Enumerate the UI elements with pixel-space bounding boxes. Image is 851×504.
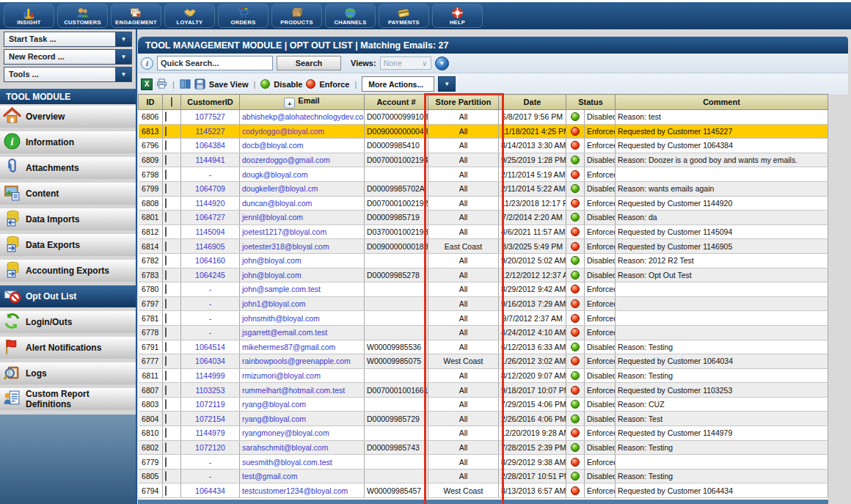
row-checkbox[interactable]: [165, 327, 167, 337]
col-header-account[interactable]: Account #: [365, 95, 428, 110]
email-link[interactable]: joetester318@bloyal.com: [242, 242, 329, 251]
customer-id-link[interactable]: 1145094: [195, 227, 224, 236]
table-row[interactable]: 6779-suesmith@bloyal.com.testAll8/29/201…: [139, 455, 828, 470]
row-checkbox[interactable]: [165, 112, 167, 122]
customer-id-link[interactable]: 1064160: [195, 256, 225, 265]
row-checkbox[interactable]: [165, 284, 167, 294]
col-header-email[interactable]: ▲Email: [240, 95, 365, 110]
col-header-comment[interactable]: Comment: [616, 95, 828, 110]
email-link[interactable]: joetest1217@bloyal.com: [242, 227, 326, 236]
cell-select[interactable]: [163, 368, 181, 383]
customer-id-link[interactable]: 1064514: [195, 343, 225, 351]
cell-select[interactable]: [163, 167, 181, 182]
table-row[interactable]: 68111144999rmizumori@bloyal.comAll8/12/2…: [139, 368, 828, 383]
sidebar-item-custom-report-definitions[interactable]: Custom Report Definitions: [0, 388, 136, 410]
cell-select[interactable]: [163, 296, 181, 311]
row-checkbox[interactable]: [165, 399, 167, 409]
sidebar-item-alert-notifications[interactable]: Alert Notifications: [0, 337, 136, 359]
start-task-dropdown[interactable]: Start Task ... ▼: [4, 32, 132, 47]
table-row[interactable]: 67941064434testcustomer1234@bloyal.comW0…: [139, 483, 828, 498]
cell-select[interactable]: [163, 483, 181, 498]
columns-icon[interactable]: [180, 78, 191, 90]
cell-select[interactable]: [163, 253, 181, 268]
chevron-down-icon[interactable]: ▼: [115, 50, 131, 64]
table-row[interactable]: 68091144941doozerdoggo@gmail.comD0070001…: [139, 153, 828, 167]
table-row[interactable]: 67961064384docb@bloyal.comD00009985410Al…: [139, 139, 828, 153]
sidebar-item-data-imports[interactable]: Data Imports: [0, 208, 136, 230]
quick-search-input[interactable]: [157, 56, 273, 70]
row-checkbox[interactable]: [165, 126, 167, 136]
row-checkbox[interactable]: [165, 198, 167, 208]
search-button[interactable]: Search: [277, 56, 341, 70]
nav-item-loyalty[interactable]: LOYALTY: [164, 4, 215, 28]
sidebar-item-opt-out-list[interactable]: Opt Out List: [0, 285, 136, 307]
table-row[interactable]: 6780-john@sample.com.testAll8/29/2012 9:…: [139, 282, 828, 297]
chevron-down-icon[interactable]: ▼: [115, 67, 131, 81]
row-checkbox[interactable]: [165, 212, 167, 222]
table-row[interactable]: 67821064160john@bloyal.comAll9/20/2012 5…: [139, 253, 828, 268]
row-checkbox[interactable]: [165, 356, 167, 366]
save-view-label[interactable]: Save View: [209, 80, 249, 89]
row-checkbox[interactable]: [165, 255, 167, 266]
cell-select[interactable]: [163, 282, 181, 297]
customer-id-link[interactable]: 1072119: [195, 400, 224, 409]
col-header-select-all[interactable]: [163, 95, 181, 110]
email-link[interactable]: john@bloyal.com: [242, 256, 302, 265]
email-link[interactable]: rummelhart@hotmail.com.test: [242, 386, 345, 395]
sidebar-item-data-exports[interactable]: Data Exports: [0, 234, 136, 256]
email-link[interactable]: doozerdoggo@gmail.com: [242, 156, 330, 164]
email-link[interactable]: rmizumori@bloyal.com: [242, 371, 321, 380]
table-row[interactable]: 68061077527abhishekp@alohatechnologydev.…: [139, 110, 828, 125]
export-excel-icon[interactable]: X: [141, 78, 153, 90]
enforce-button[interactable]: Enforce: [319, 80, 349, 89]
customer-id-link[interactable]: 1064434: [195, 486, 225, 495]
row-checkbox[interactable]: [165, 241, 167, 252]
cell-select[interactable]: [163, 440, 181, 455]
row-checkbox[interactable]: [165, 299, 167, 309]
email-link[interactable]: john1@bloyal.com: [242, 299, 306, 308]
table-row[interactable]: 6798-dougk@bloyal.comAll2/11/2014 5:19 A…: [139, 167, 828, 182]
nav-item-help[interactable]: HELP: [432, 4, 483, 28]
row-checkbox[interactable]: [165, 457, 167, 467]
table-row[interactable]: 68121145094joetest1217@bloyal.comD037000…: [139, 224, 828, 239]
disable-status-icon[interactable]: [260, 79, 270, 89]
enforce-status-icon[interactable]: [306, 79, 315, 89]
row-checkbox[interactable]: [165, 486, 167, 496]
print-icon[interactable]: [156, 78, 167, 90]
nav-item-orders[interactable]: ORDERS: [218, 4, 269, 28]
cell-select[interactable]: [163, 110, 181, 125]
row-checkbox[interactable]: [165, 270, 167, 280]
nav-item-engagement[interactable]: ENGAGEMENT: [111, 4, 161, 28]
cell-select[interactable]: [163, 181, 181, 196]
nav-item-insight[interactable]: INSIGHT: [4, 4, 54, 28]
sidebar-item-login-outs[interactable]: Login/Outs: [0, 311, 136, 333]
customer-id-link[interactable]: 1064709: [195, 184, 225, 193]
cell-select[interactable]: [163, 397, 181, 412]
save-view-icon[interactable]: [194, 78, 205, 90]
row-checkbox[interactable]: [165, 227, 167, 237]
email-link[interactable]: codydoggo@bloyal.com: [242, 127, 324, 136]
apply-view-icon[interactable]: ▼: [435, 56, 449, 70]
table-row[interactable]: 68041072154ryang@bloyal.comD00009985729A…: [139, 412, 828, 426]
table-row[interactable]: 68101144979ryangmoney@bloyal.comAll12/20…: [139, 426, 828, 441]
sidebar-item-information[interactable]: iInformation: [0, 131, 136, 153]
table-row[interactable]: 67911064514mikehermes87@gmail.comW000099…: [139, 340, 828, 354]
cell-select[interactable]: [163, 124, 181, 139]
row-checkbox[interactable]: [165, 442, 167, 453]
table-row[interactable]: 68021072120sarahschmit@bloyal.comD000099…: [139, 440, 828, 455]
cell-select[interactable]: [163, 340, 181, 354]
customer-id-link[interactable]: 1144941: [195, 156, 224, 164]
email-link[interactable]: sarahschmit@bloyal.com: [242, 443, 328, 452]
row-checkbox[interactable]: [165, 471, 167, 481]
col-header-date[interactable]: Date: [499, 95, 566, 110]
cell-select[interactable]: [163, 139, 181, 153]
customer-id-link[interactable]: 1103253: [195, 386, 224, 395]
customer-id-link[interactable]: 1145227: [195, 127, 224, 136]
cell-select[interactable]: [163, 426, 181, 441]
email-link[interactable]: duncan@bloyal.com: [242, 199, 312, 208]
row-checkbox[interactable]: [165, 385, 167, 395]
table-row[interactable]: 68141146905joetester318@bloyal.comD00900…: [139, 239, 828, 254]
email-link[interactable]: abhishekp@alohatechnologydev.com: [242, 112, 365, 121]
chevron-down-icon[interactable]: ▼: [115, 32, 131, 46]
cell-select[interactable]: [163, 196, 181, 211]
